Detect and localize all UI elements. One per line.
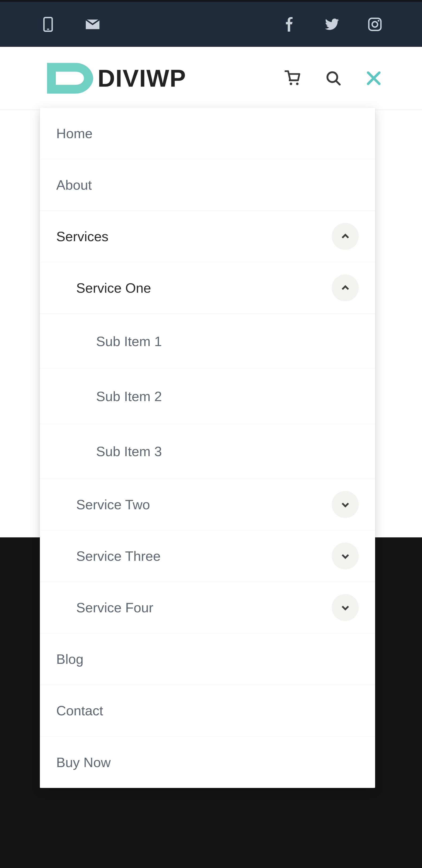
menu-item-label: Service Three (76, 548, 161, 564)
search-icon[interactable] (325, 70, 342, 87)
menu-item-sub-1[interactable]: Sub Item 1 (40, 314, 375, 369)
topbar (0, 0, 422, 47)
menu-item-label: Service One (76, 280, 151, 296)
svg-rect-2 (369, 18, 381, 30)
svg-point-7 (296, 83, 299, 85)
twitter-icon[interactable] (325, 17, 339, 32)
menu-item-label: Sub Item 2 (96, 389, 162, 404)
logo[interactable]: DIVIWP (40, 61, 199, 96)
header-actions (285, 70, 382, 87)
menu-item-label: About (56, 177, 92, 193)
menu-item-label: Services (56, 228, 108, 244)
instagram-icon[interactable] (368, 17, 382, 32)
menu-item-label: Buy Now (56, 754, 111, 770)
menu-item-sub-3[interactable]: Sub Item 3 (40, 424, 375, 479)
phone-icon[interactable] (40, 16, 56, 33)
menu-item-service-three[interactable]: Service Three (40, 530, 375, 582)
svg-rect-1 (47, 29, 49, 30)
svg-line-9 (336, 81, 340, 85)
chevron-up-icon[interactable] (332, 223, 359, 250)
close-icon[interactable] (365, 70, 382, 87)
chevron-down-icon[interactable] (332, 542, 359, 569)
topbar-right (282, 17, 382, 32)
menu-item-label: Sub Item 3 (96, 443, 162, 459)
menu-item-buy-now[interactable]: Buy Now (40, 736, 375, 788)
menu-item-sub-2[interactable]: Sub Item 2 (40, 369, 375, 424)
mobile-menu: Home About Services Service One Sub Item… (40, 108, 375, 788)
topbar-left (40, 16, 101, 33)
menu-item-label: Service Four (76, 600, 153, 615)
chevron-down-icon[interactable] (332, 491, 359, 518)
menu-item-label: Home (56, 125, 93, 141)
header: DIVIWP (0, 47, 422, 110)
menu-item-blog[interactable]: Blog (40, 633, 375, 685)
svg-point-6 (290, 83, 292, 85)
svg-text:DIVIWP: DIVIWP (97, 65, 186, 92)
menu-item-label: Service Two (76, 497, 150, 512)
menu-item-service-two[interactable]: Service Two (40, 479, 375, 530)
menu-item-label: Contact (56, 703, 103, 718)
svg-point-4 (378, 20, 379, 22)
menu-item-label: Sub Item 1 (96, 334, 162, 349)
chevron-up-icon[interactable] (332, 274, 359, 301)
menu-item-home[interactable]: Home (40, 108, 375, 159)
cart-icon[interactable] (285, 70, 302, 87)
facebook-icon[interactable] (282, 17, 297, 32)
svg-point-3 (372, 22, 377, 27)
chevron-down-icon[interactable] (332, 594, 359, 621)
menu-item-service-one[interactable]: Service One (40, 262, 375, 314)
menu-item-label: Blog (56, 651, 83, 667)
menu-item-service-four[interactable]: Service Four (40, 582, 375, 633)
menu-item-services[interactable]: Services (40, 211, 375, 262)
mail-icon[interactable] (84, 16, 101, 33)
menu-item-contact[interactable]: Contact (40, 685, 375, 736)
menu-item-about[interactable]: About (40, 159, 375, 211)
